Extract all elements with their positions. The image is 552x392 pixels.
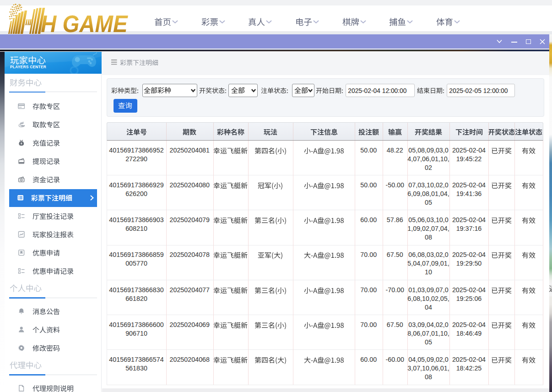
svg-text:H GAME: H GAME	[41, 11, 129, 34]
